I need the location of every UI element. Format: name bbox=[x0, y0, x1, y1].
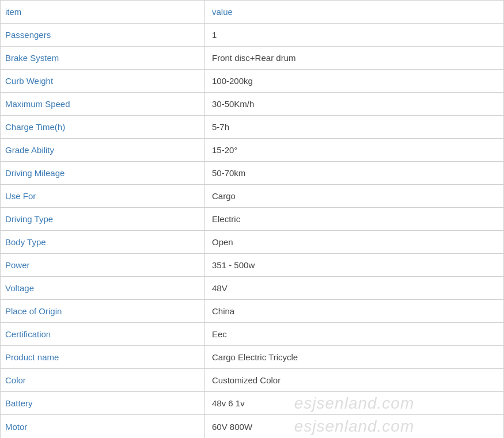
value-cell: Open bbox=[205, 231, 503, 253]
item-cell: Color bbox=[1, 369, 205, 391]
table-row: Place of OriginChina bbox=[1, 300, 503, 323]
value-cell: 30-50Km/h bbox=[205, 93, 503, 115]
value-text: Cargo Electric Tricycle bbox=[212, 352, 298, 362]
item-label: Place of Origin bbox=[5, 306, 62, 316]
item-label: Driving Type bbox=[5, 214, 53, 224]
item-cell: Certification bbox=[1, 323, 205, 345]
table-row: ColorCustomized Color bbox=[1, 369, 503, 392]
value-cell: 15-20° bbox=[205, 139, 503, 161]
value-text: China bbox=[212, 306, 234, 316]
table-row: Motor60V 800Wesjsenland.com bbox=[1, 415, 503, 438]
item-label: Product name bbox=[5, 352, 59, 362]
table-row: Battery48v 6 1vesjsenland.com bbox=[1, 392, 503, 415]
item-cell: Body Type bbox=[1, 231, 205, 253]
value-text: 48V bbox=[212, 283, 228, 293]
value-text: Eec bbox=[212, 329, 227, 339]
value-text: Customized Color bbox=[212, 375, 281, 385]
item-cell: Driving Type bbox=[1, 208, 205, 230]
item-label: Passengers bbox=[5, 30, 51, 40]
table-row: Use ForCargo bbox=[1, 185, 503, 208]
item-label: Driving Mileage bbox=[5, 168, 65, 178]
specs-table: item value Passengers1Brake SystemFront … bbox=[0, 0, 504, 438]
item-cell: Product name bbox=[1, 346, 205, 368]
table-row: Body TypeOpen bbox=[1, 231, 503, 254]
table-row: Driving TypeElectric bbox=[1, 208, 503, 231]
header-value-cell: value bbox=[205, 1, 503, 23]
item-cell: Use For bbox=[1, 185, 205, 207]
header-item-cell: item bbox=[1, 1, 205, 23]
value-text: 351 - 500w bbox=[212, 260, 255, 270]
value-cell: 100-200kg bbox=[205, 70, 503, 92]
watermark-text: esjsenland.com bbox=[294, 394, 415, 413]
table-row: Brake SystemFront disc+Rear drum bbox=[1, 47, 503, 70]
item-cell: Curb Weight bbox=[1, 70, 205, 92]
table-row: Product nameCargo Electric Tricycle bbox=[1, 346, 503, 369]
item-cell: Power bbox=[1, 254, 205, 276]
table-row: Driving Mileage50-70km bbox=[1, 162, 503, 185]
table-header-row: item value bbox=[1, 1, 503, 24]
value-text: 48v 6 1v bbox=[212, 398, 245, 408]
table-row: Maximum Speed30-50Km/h bbox=[1, 93, 503, 116]
item-cell: Passengers bbox=[1, 24, 205, 46]
table-row: Passengers1 bbox=[1, 24, 503, 47]
item-cell: Battery bbox=[1, 392, 205, 414]
value-cell: Cargo Electric Tricycle bbox=[205, 346, 503, 368]
value-text: 60V 800W bbox=[212, 422, 252, 432]
item-cell: Voltage bbox=[1, 277, 205, 299]
table-row: CertificationEec bbox=[1, 323, 503, 346]
item-cell: Driving Mileage bbox=[1, 162, 205, 184]
item-cell: Place of Origin bbox=[1, 300, 205, 322]
table-row: Curb Weight100-200kg bbox=[1, 70, 503, 93]
value-cell: 351 - 500w bbox=[205, 254, 503, 276]
item-cell: Motor bbox=[1, 415, 205, 438]
item-label: Certification bbox=[5, 329, 51, 339]
value-cell: 1 bbox=[205, 24, 503, 46]
item-label: Grade Ability bbox=[5, 145, 54, 155]
item-label: Color bbox=[5, 375, 26, 385]
table-row: Voltage48V bbox=[1, 277, 503, 300]
value-text: 50-70km bbox=[212, 168, 245, 178]
value-text: 1 bbox=[212, 30, 217, 40]
value-text: 15-20° bbox=[212, 145, 237, 155]
item-label: Body Type bbox=[5, 237, 46, 247]
value-cell: Electric bbox=[205, 208, 503, 230]
value-text: 30-50Km/h bbox=[212, 99, 254, 109]
item-label: Power bbox=[5, 260, 30, 270]
item-cell: Maximum Speed bbox=[1, 93, 205, 115]
item-label: Voltage bbox=[5, 283, 34, 293]
value-text: 100-200kg bbox=[212, 76, 253, 86]
value-text: Cargo bbox=[212, 191, 236, 201]
value-cell: Cargo bbox=[205, 185, 503, 207]
value-text: Open bbox=[212, 237, 233, 247]
item-cell: Grade Ability bbox=[1, 139, 205, 161]
header-value-label: value bbox=[212, 7, 233, 17]
value-cell: 48v 6 1vesjsenland.com bbox=[205, 392, 503, 414]
table-row: Power351 - 500w bbox=[1, 254, 503, 277]
value-cell: Customized Color bbox=[205, 369, 503, 391]
item-label: Motor bbox=[5, 422, 27, 432]
item-label: Charge Time(h) bbox=[5, 122, 65, 132]
value-text: 5-7h bbox=[212, 122, 229, 132]
table-row: Grade Ability15-20° bbox=[1, 139, 503, 162]
value-cell: 50-70km bbox=[205, 162, 503, 184]
value-cell: China bbox=[205, 300, 503, 322]
watermark-text: esjsenland.com bbox=[294, 417, 415, 436]
value-cell: 5-7h bbox=[205, 116, 503, 138]
value-text: Front disc+Rear drum bbox=[212, 53, 295, 63]
value-cell: 48V bbox=[205, 277, 503, 299]
item-cell: Charge Time(h) bbox=[1, 116, 205, 138]
item-label: Battery bbox=[5, 398, 33, 408]
value-cell: 60V 800Wesjsenland.com bbox=[205, 415, 503, 438]
item-label: Brake System bbox=[5, 53, 59, 63]
item-label: Maximum Speed bbox=[5, 99, 70, 109]
value-text: Electric bbox=[212, 214, 240, 224]
item-cell: Brake System bbox=[1, 47, 205, 69]
value-cell: Eec bbox=[205, 323, 503, 345]
item-label: Use For bbox=[5, 191, 36, 201]
value-cell: Front disc+Rear drum bbox=[205, 47, 503, 69]
item-label: Curb Weight bbox=[5, 76, 53, 86]
table-row: Charge Time(h)5-7h bbox=[1, 116, 503, 139]
header-item-label: item bbox=[5, 7, 21, 17]
